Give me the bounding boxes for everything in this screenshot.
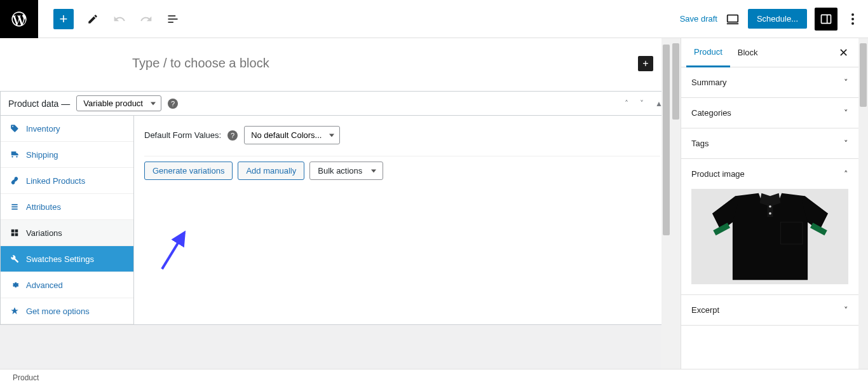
chevron-down-icon: ˅ [844, 108, 848, 118]
more-options-icon[interactable] [845, 8, 860, 31]
help-icon[interactable]: ? [168, 99, 178, 109]
breadcrumb-item[interactable]: Product [13, 373, 39, 382]
undo-icon [112, 11, 127, 27]
svg-rect-19 [767, 203, 773, 217]
tab-get-more-options[interactable]: Get more options [1, 298, 133, 324]
truck-icon [10, 149, 20, 160]
grid-icon [10, 228, 20, 238]
product-data-body: Inventory Shipping Linked Products Attri… [1, 116, 670, 324]
product-data-panel: Product data — Variable product ? ˄ ˅ ▲ … [0, 91, 671, 325]
svg-rect-13 [15, 230, 18, 233]
default-form-values-label: Default Form Values: [144, 130, 221, 140]
close-icon[interactable]: ✕ [834, 41, 853, 65]
svg-rect-9 [11, 204, 17, 205]
panel-categories[interactable]: Categories˅ [681, 98, 858, 128]
main-area: Type / to choose a block + Product data … [0, 38, 868, 369]
product-image-preview[interactable] [691, 189, 848, 284]
product-data-label: Product data — [8, 99, 70, 109]
tab-advanced[interactable]: Advanced [1, 272, 133, 298]
generate-variations-button[interactable]: Generate variations [144, 162, 233, 180]
tab-variations[interactable]: Variations [1, 220, 133, 246]
settings-sidebar: Product Block ✕ Summary˅ Categories˅ Tag… [681, 38, 858, 369]
default-form-values-select[interactable]: No default Colors... [244, 126, 340, 144]
svg-point-8 [851, 22, 854, 25]
topbar-right: Save draft Schedule... [680, 8, 868, 31]
tab-inventory[interactable]: Inventory [1, 116, 133, 142]
tag-icon [10, 123, 20, 134]
preview-icon[interactable] [725, 11, 740, 27]
panel-tags[interactable]: Tags˅ [681, 128, 858, 159]
bulk-actions-select[interactable]: Bulk actions [309, 162, 383, 180]
editor-toolbar-icons [85, 11, 180, 27]
svg-rect-4 [822, 15, 831, 23]
edit-icon[interactable] [85, 11, 100, 27]
outer-scrollbar[interactable] [671, 38, 681, 369]
chevron-up-icon: ˄ [844, 169, 848, 179]
chevron-down-icon: ˅ [844, 78, 848, 87]
editor-scrollbar[interactable] [661, 38, 671, 369]
settings-sidebar-toggle[interactable] [815, 8, 837, 31]
add-manually-button[interactable]: Add manually [238, 162, 304, 180]
star-icon [10, 306, 20, 316]
editor-content: Type / to choose a block + Product data … [0, 38, 671, 369]
help-icon[interactable]: ? [227, 130, 238, 141]
schedule-button[interactable]: Schedule... [748, 9, 807, 29]
sidebar-tabs: Product Block ✕ [681, 38, 858, 67]
product-data-header: Product data — Variable product ? ˄ ˅ ▲ [1, 92, 670, 116]
svg-rect-0 [168, 15, 176, 17]
svg-rect-2 [168, 22, 173, 23]
variations-content: Default Form Values: ? No default Colors… [134, 116, 670, 324]
svg-rect-3 [728, 15, 738, 22]
list-icon [10, 202, 20, 212]
svg-rect-12 [11, 230, 15, 233]
wordpress-logo[interactable] [0, 0, 38, 38]
panel-collapse-controls: ˄ ˅ ▲ [625, 99, 663, 108]
gear-icon [10, 280, 20, 290]
tab-shipping[interactable]: Shipping [1, 142, 133, 168]
chevron-down-icon: ˅ [844, 139, 848, 148]
svg-rect-10 [11, 206, 17, 207]
svg-point-21 [769, 212, 771, 215]
list-view-icon[interactable] [165, 11, 180, 27]
variations-actions-row: Generate variations Add manually Bulk ac… [144, 156, 660, 180]
panel-product-image[interactable]: Product image˄ [681, 159, 858, 189]
sidebar-scrollbar[interactable] [858, 38, 868, 369]
default-form-values-row: Default Form Values: ? No default Colors… [144, 126, 660, 144]
polo-shirt-graphic [707, 189, 834, 284]
svg-rect-14 [11, 233, 15, 237]
block-area: Type / to choose a block + [0, 38, 671, 91]
editor: Type / to choose a block + Product data … [0, 38, 671, 369]
wrench-icon [10, 254, 20, 264]
save-draft-link[interactable]: Save draft [680, 14, 717, 24]
link-icon [10, 176, 20, 186]
panel-excerpt[interactable]: Excerpt˅ [681, 295, 858, 326]
svg-rect-11 [11, 209, 17, 210]
chevron-down-icon: ˅ [844, 305, 848, 315]
svg-rect-1 [168, 18, 178, 20]
tab-attributes[interactable]: Attributes [1, 194, 133, 220]
svg-point-6 [851, 13, 854, 16]
svg-rect-15 [15, 233, 18, 237]
product-image-box[interactable] [681, 189, 858, 295]
redo-icon [139, 11, 154, 27]
tab-swatches-settings[interactable]: Swatches Settings [1, 246, 133, 272]
top-toolbar: + Save draft Schedule... [0, 0, 868, 38]
chevron-down-icon[interactable]: ˅ [640, 99, 644, 108]
svg-point-20 [769, 205, 771, 208]
sidebar-tab-block[interactable]: Block [730, 39, 766, 66]
inline-add-block-button[interactable]: + [638, 56, 653, 71]
add-block-button[interactable]: + [53, 9, 74, 29]
panel-summary[interactable]: Summary˅ [681, 67, 858, 98]
product-data-tabs: Inventory Shipping Linked Products Attri… [1, 116, 134, 324]
block-placeholder-text[interactable]: Type / to choose a block [132, 56, 539, 71]
tab-linked-products[interactable]: Linked Products [1, 168, 133, 194]
svg-point-7 [851, 18, 854, 20]
product-type-select[interactable]: Variable product [76, 95, 161, 111]
footer-breadcrumb: Product [0, 369, 868, 386]
sidebar-tab-product[interactable]: Product [686, 38, 730, 67]
chevron-up-icon[interactable]: ˄ [625, 99, 628, 108]
